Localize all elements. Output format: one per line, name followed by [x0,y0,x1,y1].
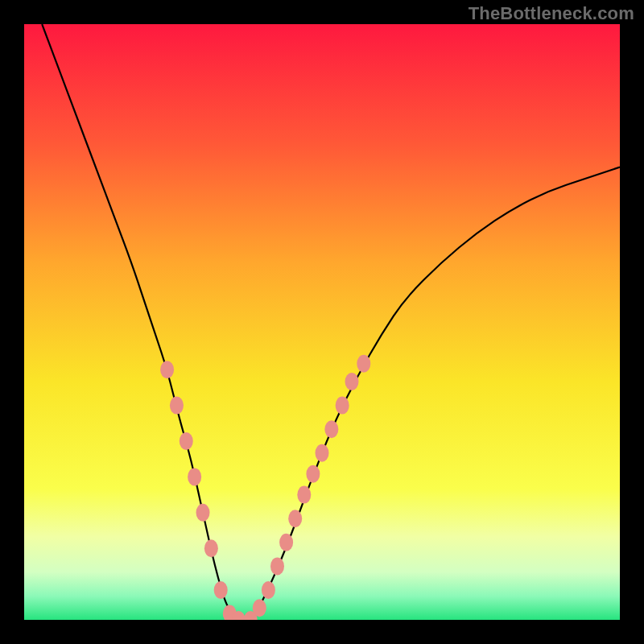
data-markers [160,355,370,620]
data-marker [160,361,174,378]
plot-area [24,24,620,620]
data-marker [188,468,201,485]
data-marker [196,504,210,522]
data-marker [336,397,349,415]
chart-overlay [24,24,620,620]
data-marker [262,581,275,599]
data-marker [204,539,218,557]
data-marker [253,599,266,617]
data-marker [324,420,338,438]
bottleneck-curve [42,24,620,620]
data-marker [297,486,311,504]
data-marker [357,355,370,373]
watermark-text: TheBottleneck.com [469,3,634,24]
data-marker [306,465,320,483]
data-marker [345,373,359,390]
data-marker [180,432,193,450]
data-marker [279,534,293,551]
data-marker [170,397,184,415]
data-marker [270,557,284,575]
data-marker [214,581,228,599]
data-marker [316,444,329,462]
chart-container: TheBottleneck.com [0,0,644,644]
data-marker [288,510,302,527]
